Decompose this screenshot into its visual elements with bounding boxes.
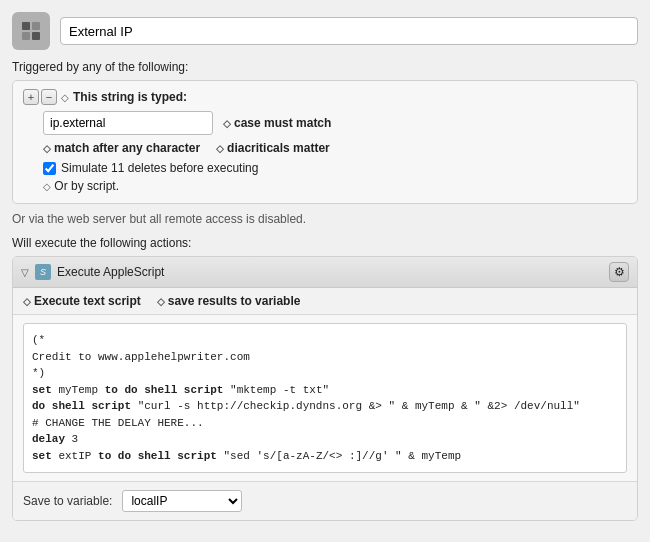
add-trigger-button[interactable]: + — [23, 89, 39, 105]
options-row: ◇ match after any character ◇ diacritica… — [23, 141, 627, 155]
action-gear-button[interactable]: ⚙ — [609, 262, 629, 282]
or-script-chevron: ◇ — [43, 181, 51, 192]
trigger-header: + − ◇ This string is typed: — [23, 89, 627, 105]
case-must-match-chevron: ◇ — [223, 118, 231, 129]
match-after-option[interactable]: ◇ match after any character — [43, 141, 200, 155]
action-options-row: ◇ Execute text script ◇ save results to … — [13, 288, 637, 315]
or-script-label: ◇ Or by script. — [23, 179, 627, 193]
action-header: ▽ S Execute AppleScript ⚙ — [13, 257, 637, 288]
save-to-label: Save to variable: — [23, 494, 112, 508]
diacriticals-chevron: ◇ — [216, 143, 224, 154]
code-line-1: (* — [32, 332, 618, 349]
action-collapse-arrow[interactable]: ▽ — [21, 267, 29, 278]
save-variable-row: Save to variable: localIP — [13, 481, 637, 520]
case-must-match-label: case must match — [234, 116, 331, 130]
or-web-label: Or via the web server but all remote acc… — [12, 212, 638, 226]
execute-text-option[interactable]: ◇ Execute text script — [23, 294, 141, 308]
save-variable-select[interactable]: localIP — [122, 490, 242, 512]
code-line-7: delay 3 — [32, 431, 618, 448]
code-line-4: set myTemp to do shell script "mktemp -t… — [32, 382, 618, 399]
save-results-option[interactable]: ◇ save results to variable — [157, 294, 301, 308]
action-header-left: ▽ S Execute AppleScript — [21, 264, 164, 280]
code-line-3: *) — [32, 365, 618, 382]
execute-text-label: Execute text script — [34, 294, 141, 308]
app-icon — [12, 12, 50, 50]
simulate-checkbox[interactable] — [43, 162, 56, 175]
match-after-chevron: ◇ — [43, 143, 51, 154]
trigger-collapse-chevron[interactable]: ◇ — [61, 92, 69, 103]
save-results-chevron: ◇ — [157, 296, 165, 307]
svg-rect-2 — [22, 32, 30, 40]
applescript-icon: S — [35, 264, 51, 280]
string-row: ◇ case must match — [23, 111, 627, 135]
code-editor[interactable]: (* Credit to www.applehelpwriter.com *) … — [23, 323, 627, 473]
simulate-label: Simulate 11 deletes before executing — [61, 161, 258, 175]
svg-rect-0 — [22, 22, 30, 30]
trigger-block: + − ◇ This string is typed: ◇ case must … — [12, 80, 638, 204]
case-must-match-option[interactable]: ◇ case must match — [223, 116, 331, 130]
trigger-string-input[interactable] — [43, 111, 213, 135]
triggered-by-label: Triggered by any of the following: — [12, 60, 638, 74]
plus-minus-group: + − — [23, 89, 57, 105]
code-line-6: # CHANGE THE DELAY HERE... — [32, 415, 618, 432]
macro-title-input[interactable] — [60, 17, 638, 45]
diacriticals-option[interactable]: ◇ diacriticals matter — [216, 141, 330, 155]
remove-trigger-button[interactable]: − — [41, 89, 57, 105]
top-row — [12, 12, 638, 50]
actions-label: Will execute the following actions: — [12, 236, 638, 250]
match-after-label: match after any character — [54, 141, 200, 155]
svg-rect-1 — [32, 22, 40, 30]
code-line-8: set extIP to do shell script "sed 's/[a-… — [32, 448, 618, 465]
diacriticals-label: diacriticals matter — [227, 141, 330, 155]
code-line-2: Credit to www.applehelpwriter.com — [32, 349, 618, 366]
or-script-text: Or by script. — [54, 179, 119, 193]
trigger-type-label: This string is typed: — [73, 90, 187, 104]
svg-rect-3 — [32, 32, 40, 40]
save-results-label: save results to variable — [168, 294, 301, 308]
code-line-5: do shell script "curl -s http://checkip.… — [32, 398, 618, 415]
action-title-label: Execute AppleScript — [57, 265, 164, 279]
action-block: ▽ S Execute AppleScript ⚙ ◇ Execute text… — [12, 256, 638, 521]
execute-text-chevron: ◇ — [23, 296, 31, 307]
simulate-row: Simulate 11 deletes before executing — [23, 161, 627, 175]
